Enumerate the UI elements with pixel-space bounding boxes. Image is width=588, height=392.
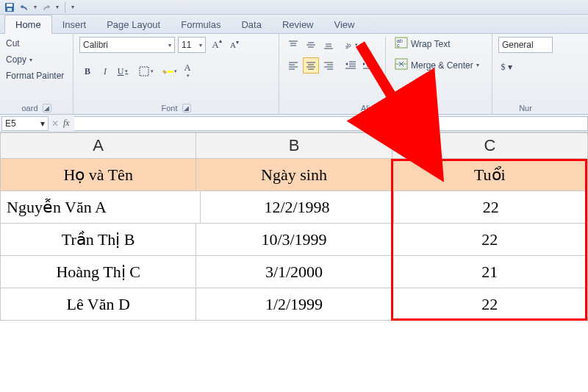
group-label-clipboard: oard ◢ (6, 102, 67, 113)
svg-rect-1 (7, 4, 12, 7)
group-label-font: Font ◢ (79, 102, 273, 113)
borders-button[interactable] (138, 63, 154, 79)
group-label-clipboard-text: oard (21, 104, 37, 113)
decrease-font-size-icon[interactable]: A▾ (226, 37, 243, 53)
svg-text:c: c (397, 43, 400, 48)
font-name-chevron-icon: ▾ (168, 42, 171, 49)
column-header-row: A B C (0, 132, 588, 159)
svg-rect-3 (140, 67, 148, 76)
ribbon-tabs: Home Insert Page Layout Formulas Data Re… (0, 15, 588, 34)
font-size-combo[interactable]: 11 ▾ (178, 37, 206, 53)
tab-insert[interactable]: Insert (52, 15, 97, 33)
group-font: Calibri ▾ 11 ▾ A▴ A▾ B I U (74, 34, 279, 114)
group-label-alignment-text: Alignment (361, 104, 397, 113)
name-box[interactable]: E5 ▾ (1, 116, 49, 131)
copy-button[interactable]: Copy▾ (6, 53, 32, 66)
cell-b1[interactable]: Ngày sinh (196, 159, 392, 191)
redo-icon[interactable] (41, 2, 51, 13)
undo-icon[interactable] (19, 2, 29, 13)
tab-page-layout[interactable]: Page Layout (96, 15, 171, 33)
redo-split-chevron-icon[interactable]: ▾ (56, 4, 59, 10)
qat-separator (65, 2, 65, 13)
table-header-row: Họ và Tên Ngày sinh Tuổi (0, 159, 588, 191)
cell-a3[interactable]: Trần Thị B (0, 224, 196, 256)
copy-chevron-icon: ▾ (29, 57, 32, 63)
align-bottom-icon[interactable] (320, 37, 337, 53)
copy-label: Copy (6, 54, 26, 65)
decrease-indent-icon[interactable] (343, 57, 359, 74)
font-color-button[interactable]: A (179, 63, 196, 79)
merge-center-chevron-icon: ▾ (476, 62, 479, 68)
column-header-b[interactable]: B (196, 132, 392, 159)
group-label-alignment: Alignment ◢ (285, 102, 486, 113)
fill-color-swatch (168, 71, 173, 73)
column-header-c[interactable]: C (392, 132, 588, 159)
alignment-dialog-launcher-icon[interactable]: ◢ (401, 104, 410, 113)
cell-b3[interactable]: 10/3/1999 (196, 224, 392, 256)
cell-c2[interactable]: 22 (394, 191, 588, 224)
cell-b2[interactable]: 12/2/1998 (201, 191, 395, 224)
cell-a4[interactable]: Hoàng Thị C (0, 256, 196, 288)
number-format-combo[interactable]: General (498, 37, 553, 53)
cell-c1[interactable]: Tuổi (392, 159, 588, 191)
merge-center-button[interactable]: Merge & Center ▾ (395, 58, 479, 72)
underline-button[interactable]: U (115, 63, 131, 79)
font-dialog-launcher-icon[interactable]: ◢ (182, 104, 191, 113)
tab-data[interactable]: Data (231, 15, 271, 33)
quick-access-toolbar: ▾ ▾ ▾ (0, 0, 588, 15)
group-label-font-text: Font (161, 104, 177, 113)
orientation-button[interactable]: ab (343, 37, 359, 53)
tab-view[interactable]: View (324, 15, 365, 33)
cell-a2[interactable]: Nguyễn Văn A (0, 191, 201, 224)
table-row: Lê Văn D 1/2/1999 22 (0, 288, 588, 321)
align-center-icon[interactable] (303, 57, 319, 74)
formula-bar: E5 ▾ ✕ fx (0, 115, 588, 132)
clipboard-dialog-launcher-icon[interactable]: ◢ (43, 104, 51, 113)
fill-color-button[interactable] (162, 63, 178, 79)
increase-font-size-icon[interactable]: A▴ (209, 37, 225, 53)
format-painter-button[interactable]: Format Painter (6, 69, 64, 82)
wrap-text-label: Wrap Text (411, 39, 451, 49)
tab-formulas[interactable]: Formulas (171, 15, 231, 33)
italic-button[interactable]: I (97, 63, 113, 79)
wrap-text-button[interactable]: abc Wrap Text (395, 37, 479, 51)
cut-button[interactable]: Cut (6, 37, 20, 50)
fx-icon[interactable]: fx (62, 118, 74, 129)
customize-qat-chevron-icon[interactable]: ▾ (71, 4, 74, 10)
bold-button[interactable]: B (79, 63, 96, 79)
cell-c5[interactable]: 22 (392, 288, 588, 321)
cell-a1[interactable]: Họ và Tên (0, 159, 196, 191)
merge-center-label: Merge & Center (411, 60, 473, 71)
font-size-chevron-icon: ▾ (199, 42, 202, 49)
align-right-icon[interactable] (320, 57, 337, 74)
table-row: Nguyễn Văn A 12/2/1998 22 (0, 191, 588, 224)
cell-b4[interactable]: 3/1/2000 (196, 256, 392, 288)
worksheet: A B C Họ và Tên Ngày sinh Tuổi Nguyễn Vă… (0, 132, 588, 321)
undo-split-chevron-icon[interactable]: ▾ (34, 4, 37, 10)
group-label-number: Nur (498, 102, 553, 113)
cancel-entry-icon[interactable]: ✕ (49, 118, 62, 129)
accounting-format-button[interactable]: $ ▾ (498, 59, 514, 75)
table-row: Hoàng Thị C 3/1/2000 21 (0, 256, 588, 288)
group-alignment: ab abc Wrap Text M (279, 34, 492, 114)
format-painter-label: Format Painter (6, 71, 64, 81)
align-left-icon[interactable] (285, 57, 301, 74)
column-header-a[interactable]: A (0, 132, 196, 159)
font-name-combo[interactable]: Calibri ▾ (79, 37, 175, 53)
name-box-value: E5 (5, 118, 16, 129)
align-middle-icon[interactable] (303, 37, 319, 53)
tab-home[interactable]: Home (4, 15, 52, 34)
increase-indent-icon[interactable] (360, 57, 376, 74)
cell-b5[interactable]: 1/2/1999 (196, 288, 392, 321)
table-row: Trần Thị B 10/3/1999 22 (0, 224, 588, 256)
name-box-chevron-icon: ▾ (40, 118, 45, 129)
align-top-icon[interactable] (285, 37, 301, 53)
cell-a5[interactable]: Lê Văn D (0, 288, 196, 321)
formula-input[interactable] (74, 116, 588, 131)
cell-c3[interactable]: 22 (392, 224, 588, 256)
group-clipboard: Cut Copy▾ Format Painter oard ◢ (0, 34, 74, 114)
cell-c4[interactable]: 21 (392, 256, 588, 288)
group-number: General $ ▾ Nur (492, 34, 559, 114)
save-icon[interactable] (4, 2, 15, 13)
tab-review[interactable]: Review (272, 15, 324, 33)
